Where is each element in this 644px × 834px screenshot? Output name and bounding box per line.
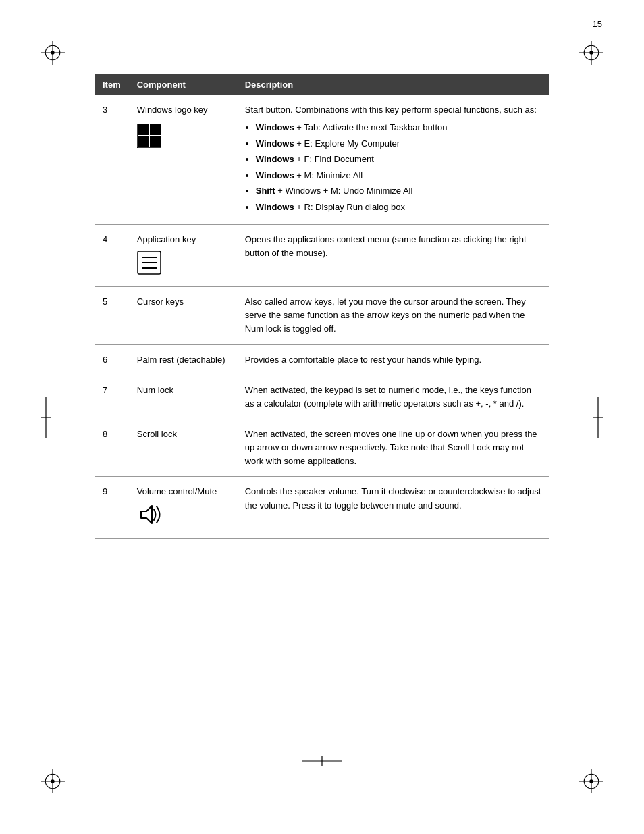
svg-marker-33 xyxy=(141,506,152,523)
description-text: Controls the speaker volume. Turn it clo… xyxy=(245,485,541,512)
component-name: Windows logo key xyxy=(137,103,229,117)
table-row: 9Volume control/Mute Controls the speake… xyxy=(95,477,549,539)
cell-item: 7 xyxy=(95,375,129,419)
bullet-bold: Shift xyxy=(256,186,275,196)
bullet-item: Windows + F: Find Document xyxy=(256,153,541,166)
description-text: Also called arrow keys, let you move the… xyxy=(245,295,541,336)
table-row: 7Num lockWhen activated, the keypad is s… xyxy=(95,375,549,419)
page-number: 15 xyxy=(593,19,602,29)
component-name: Scroll lock xyxy=(137,427,229,441)
bullet-bold: Windows xyxy=(256,122,294,132)
description-intro: Opens the applications context menu (sam… xyxy=(245,233,541,260)
svg-rect-23 xyxy=(150,124,161,135)
svg-point-7 xyxy=(589,51,593,54)
bullet-item: Windows + E: Explore My Computer xyxy=(256,137,541,151)
description-intro: When activated, the keypad is set to num… xyxy=(245,384,541,411)
table-header-row: Item Component Description xyxy=(95,74,549,95)
component-name: Application key xyxy=(137,233,229,246)
component-name: Palm rest (detachable) xyxy=(137,353,229,367)
description-text: When activated, the keypad is set to num… xyxy=(245,384,541,411)
bullet-rest: + R: Display Run dialog box xyxy=(294,202,405,212)
bullet-rest: + Tab: Activate the next Taskbar button xyxy=(294,122,448,132)
bullet-item: Windows + M: Minimize All xyxy=(256,169,541,182)
header-item: Item xyxy=(95,74,129,95)
main-content: Item Component Description 3Windows logo… xyxy=(95,74,549,539)
cell-component: Cursor keys xyxy=(129,287,237,344)
description-intro: Controls the speaker volume. Turn it clo… xyxy=(245,485,541,512)
cell-component: Scroll lock xyxy=(129,419,237,476)
mid-mark-left xyxy=(41,397,51,438)
component-name: Num lock xyxy=(137,384,229,397)
cell-description: Opens the applications context menu (sam… xyxy=(237,225,549,287)
bullet-item: Windows + Tab: Activate the next Taskbar… xyxy=(256,121,541,134)
page: 15 xyxy=(0,0,644,834)
cell-item: 9 xyxy=(95,477,129,539)
cell-description: Start button. Combinations with this key… xyxy=(237,95,549,225)
table-row: 8Scroll lockWhen activated, the screen m… xyxy=(95,419,549,476)
table-row: 5Cursor keysAlso called arrow keys, let … xyxy=(95,287,549,344)
cell-item: 5 xyxy=(95,287,129,344)
cell-description: When activated, the screen moves one lin… xyxy=(237,419,549,476)
bullet-rest: + E: Explore My Computer xyxy=(294,138,400,149)
svg-rect-24 xyxy=(138,136,149,147)
description-text: Provides a comfortable place to rest you… xyxy=(245,353,541,367)
cell-description: Also called arrow keys, let you move the… xyxy=(237,287,549,344)
cell-item: 3 xyxy=(95,95,129,225)
bullet-bold: Windows xyxy=(256,202,294,212)
description-intro: Provides a comfortable place to rest you… xyxy=(245,353,541,367)
component-name: Volume control/Mute xyxy=(137,485,229,498)
corner-mark-bl xyxy=(41,769,65,793)
corner-mark-tr xyxy=(579,41,603,65)
bullet-rest: + Windows + M: Undo Minimize All xyxy=(275,186,413,196)
cell-component: Windows logo key xyxy=(129,95,237,225)
bullet-item: Shift + Windows + M: Undo Minimize All xyxy=(256,184,541,198)
table-row: 3Windows logo key Start button. Combinat… xyxy=(95,95,549,225)
bullet-bold: Windows xyxy=(256,138,294,149)
cell-component: Volume control/Mute xyxy=(129,477,237,539)
svg-rect-25 xyxy=(150,136,161,147)
cell-item: 8 xyxy=(95,419,129,476)
description-text: Start button. Combinations with this key… xyxy=(245,103,541,213)
bullet-rest: + F: Find Document xyxy=(294,154,374,164)
description-bullets: Windows + Tab: Activate the next Taskbar… xyxy=(256,121,541,213)
header-component: Component xyxy=(129,74,237,95)
component-name: Cursor keys xyxy=(137,295,229,309)
svg-point-3 xyxy=(51,51,54,54)
bullet-bold: Windows xyxy=(256,170,294,180)
description-text: Opens the applications context menu (sam… xyxy=(245,233,541,260)
keyboard-components-table: Item Component Description 3Windows logo… xyxy=(95,74,549,539)
windows-logo-icon xyxy=(137,120,229,157)
corner-mark-br xyxy=(579,769,603,793)
bullet-rest: + M: Minimize All xyxy=(294,170,363,180)
svg-point-15 xyxy=(589,779,593,783)
cell-component: Application key xyxy=(129,225,237,287)
description-intro: When activated, the screen moves one lin… xyxy=(245,427,541,468)
cell-description: When activated, the keypad is set to num… xyxy=(237,375,549,419)
cell-component: Palm rest (detachable) xyxy=(129,344,237,375)
cell-description: Provides a comfortable place to rest you… xyxy=(237,344,549,375)
application-key-icon xyxy=(137,246,229,279)
cell-description: Controls the speaker volume. Turn it clo… xyxy=(237,477,549,539)
description-intro: Also called arrow keys, let you move the… xyxy=(245,295,541,336)
description-intro: Start button. Combinations with this key… xyxy=(245,103,541,117)
svg-point-11 xyxy=(51,779,54,783)
svg-rect-22 xyxy=(138,124,149,135)
table-row: 4Application key Opens the applications … xyxy=(95,225,549,287)
bullet-item: Windows + R: Display Run dialog box xyxy=(256,201,541,214)
cell-item: 6 xyxy=(95,344,129,375)
mid-mark-right xyxy=(593,397,603,438)
cell-component: Num lock xyxy=(129,375,237,419)
bullet-bold: Windows xyxy=(256,154,294,164)
cell-item: 4 xyxy=(95,225,129,287)
description-text: When activated, the screen moves one lin… xyxy=(245,427,541,468)
header-description: Description xyxy=(237,74,549,95)
corner-mark-tl xyxy=(41,41,65,65)
table-row: 6Palm rest (detachable)Provides a comfor… xyxy=(95,344,549,375)
mid-mark-bottom xyxy=(302,756,342,766)
volume-control-icon xyxy=(137,498,229,531)
